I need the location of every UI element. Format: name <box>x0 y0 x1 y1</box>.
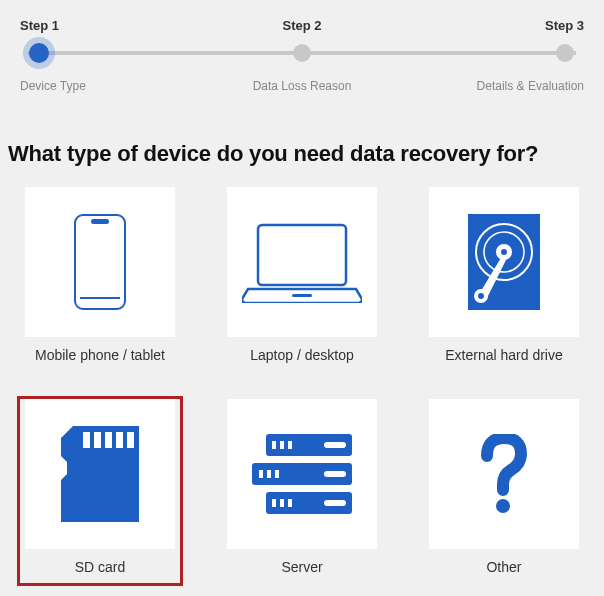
svg-rect-13 <box>94 432 101 448</box>
sd-card-icon <box>61 426 139 522</box>
tile-server[interactable]: Server <box>222 399 382 583</box>
laptop-icon <box>242 221 362 303</box>
svg-rect-29 <box>280 499 284 507</box>
svg-rect-26 <box>275 470 279 478</box>
svg-rect-12 <box>83 432 90 448</box>
svg-rect-30 <box>288 499 292 507</box>
tile-server-label: Server <box>281 559 322 575</box>
svg-rect-27 <box>324 471 346 477</box>
step-3-bottom-label: Details & Evaluation <box>444 79 584 93</box>
device-grid: Mobile phone / tablet Laptop / desktop <box>0 187 604 583</box>
svg-rect-20 <box>272 441 276 449</box>
tile-sdcard[interactable]: SD card <box>20 399 180 583</box>
tile-external-label: External hard drive <box>445 347 563 363</box>
hard-drive-icon <box>468 214 540 310</box>
page-title: What type of device do you need data rec… <box>8 141 596 167</box>
stepper-track <box>28 41 576 65</box>
step-1-dot[interactable] <box>29 43 49 63</box>
question-mark-icon <box>479 434 529 514</box>
svg-rect-23 <box>324 442 346 448</box>
svg-point-32 <box>496 499 510 513</box>
svg-rect-22 <box>288 441 292 449</box>
mobile-phone-icon <box>74 214 126 310</box>
svg-rect-1 <box>91 219 109 224</box>
tile-laptop[interactable]: Laptop / desktop <box>222 187 382 371</box>
svg-rect-28 <box>272 499 276 507</box>
step-3-top-label: Step 3 <box>474 18 584 33</box>
svg-rect-31 <box>324 500 346 506</box>
svg-rect-24 <box>259 470 263 478</box>
progress-stepper: Step 1 Step 2 Step 3 Device Type Data Lo… <box>0 0 604 103</box>
svg-rect-21 <box>280 441 284 449</box>
step-1-bottom-label: Device Type <box>20 79 160 93</box>
svg-rect-15 <box>116 432 123 448</box>
tile-mobile-label: Mobile phone / tablet <box>35 347 165 363</box>
tile-laptop-label: Laptop / desktop <box>250 347 354 363</box>
tile-mobile[interactable]: Mobile phone / tablet <box>20 187 180 371</box>
server-icon <box>252 434 352 514</box>
svg-rect-14 <box>105 432 112 448</box>
step-2-top-label: Step 2 <box>247 18 357 33</box>
step-2-dot[interactable] <box>293 44 311 62</box>
svg-rect-4 <box>292 294 312 297</box>
svg-rect-16 <box>127 432 134 448</box>
step-3-dot[interactable] <box>556 44 574 62</box>
step-2-bottom-label: Data Loss Reason <box>232 79 372 93</box>
step-1-top-label: Step 1 <box>20 18 130 33</box>
svg-rect-0 <box>75 215 125 309</box>
svg-rect-3 <box>258 225 346 285</box>
tile-other[interactable]: Other <box>424 399 584 583</box>
svg-rect-25 <box>267 470 271 478</box>
tile-other-label: Other <box>486 559 521 575</box>
tile-external[interactable]: External hard drive <box>424 187 584 371</box>
svg-point-9 <box>501 249 507 255</box>
tile-sdcard-label: SD card <box>75 559 126 575</box>
svg-point-11 <box>478 293 484 299</box>
